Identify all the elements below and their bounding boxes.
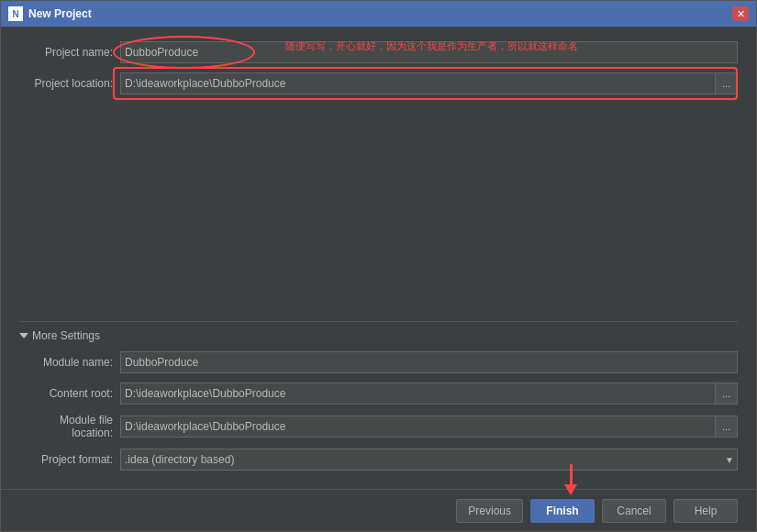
module-file-location-label: Module file location: [19,414,120,439]
new-project-window: N New Project ✕ Project name: 随便写写，开心就好，… [0,0,757,532]
close-button[interactable]: ✕ [732,6,749,21]
finish-arrow-indicator [564,464,577,495]
module-file-location-input-wrapper: ... [120,416,738,438]
project-location-row: Project location: ... [19,72,738,94]
project-name-row: Project name: 随便写写，开心就好，因为这个我是作为生产者，所以就这… [19,41,738,63]
module-file-location-row: Module file location: ... [19,414,738,439]
window-title: New Project [28,7,92,20]
content-root-label: Content root: [19,387,120,400]
finish-button[interactable]: Finish [530,499,595,523]
more-settings-header[interactable]: More Settings [19,329,738,342]
project-format-row: Project format: .idea (directory based).… [19,449,738,471]
content-root-browse-button[interactable]: ... [716,382,738,405]
project-format-label: Project format: [19,453,120,466]
content-root-row: Content root: ... [19,382,738,405]
titlebar-left: N New Project [8,6,92,21]
project-location-input[interactable] [120,72,716,94]
module-name-label: Module name: [19,356,120,369]
spacer [19,104,738,317]
project-format-select[interactable]: .idea (directory based).ipr (file based) [120,449,738,471]
content-root-input[interactable] [120,382,716,405]
help-button[interactable]: Help [674,499,738,523]
more-settings-label: More Settings [32,329,100,342]
arrow-shaft [570,464,573,484]
cancel-button[interactable]: Cancel [602,499,666,523]
project-location-browse-button[interactable]: ... [716,72,738,94]
titlebar: N New Project ✕ [1,1,756,27]
content-root-input-wrapper: ... [120,382,738,405]
previous-button[interactable]: Previous [456,499,523,523]
footer: Previous Finish Cancel Help [1,489,756,531]
project-format-select-wrapper: .idea (directory based).ipr (file based)… [120,449,738,471]
content-area: Project name: 随便写写，开心就好，因为这个我是作为生产者，所以就这… [1,27,756,489]
module-file-location-browse-button[interactable]: ... [716,416,738,438]
collapse-triangle-icon [19,333,28,338]
window-icon: N [8,6,23,21]
project-location-label: Project location: [19,77,120,90]
project-location-input-wrapper: ... [120,72,738,94]
module-name-input[interactable] [120,351,738,373]
more-settings-section: More Settings Module name: Content root:… [19,321,738,480]
arrow-head [564,484,577,495]
module-name-row: Module name: [19,351,738,373]
module-file-location-input[interactable] [120,416,716,438]
project-name-input[interactable] [120,41,738,63]
project-name-label: Project name: [19,46,120,59]
